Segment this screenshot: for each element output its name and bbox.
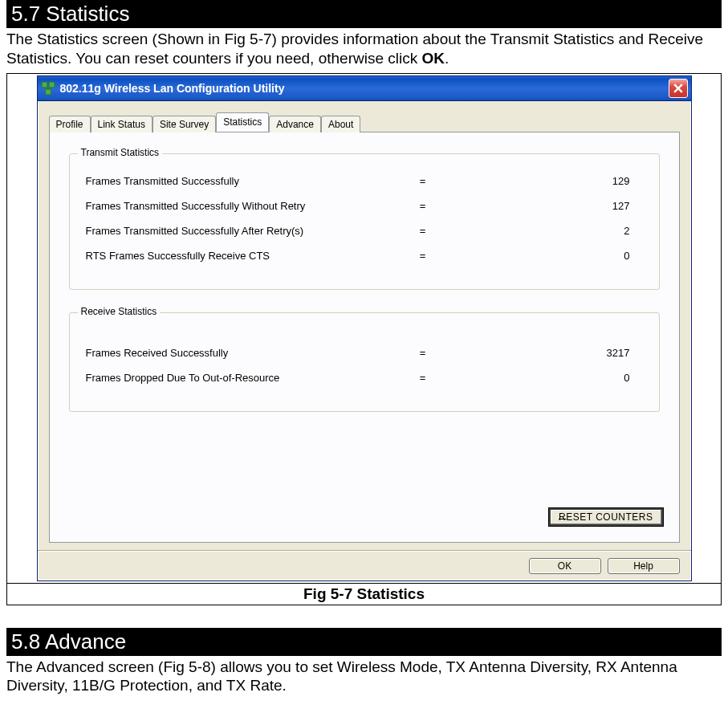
stat-label: Frames Transmitted Successfully After Re… [86,225,407,237]
tab-site-survey[interactable]: Site Survey [153,116,216,132]
body-text-post: . [445,50,449,67]
equals-sign: = [407,372,439,384]
svg-rect-2 [45,89,51,95]
reset-counters-button[interactable]: RESET COUNTERS [549,508,662,526]
stat-row: RTS Frames Successfully Receive CTS = 0 [86,250,643,262]
stat-label: Frames Transmitted Successfully [86,175,407,187]
figure-caption: Fig 5-7 Statistics [6,584,722,605]
stat-row: Frames Transmitted Successfully = 129 [86,175,643,187]
reset-underline-letter: R [559,511,566,523]
body-text-bold: OK [422,50,445,67]
app-icon [41,81,55,96]
transmit-legend: Transmit Statistics [78,147,163,158]
tab-panel: Transmit Statistics Frames Transmitted S… [49,132,680,543]
section-body-statistics: The Statistics screen (Shown in Fig 5-7)… [6,30,722,68]
close-button[interactable] [669,79,688,98]
receive-group: Receive Statistics Frames Received Succe… [69,312,660,412]
stat-label: RTS Frames Successfully Receive CTS [86,250,407,262]
stat-label: Frames Dropped Due To Out-of-Resource [86,372,407,384]
tab-statistics[interactable]: Statistics [216,112,269,132]
stat-row: Frames Received Successfully = 3217 [86,347,643,359]
equals-sign: = [407,347,439,359]
xp-dialog: 802.11g Wireless Lan Configuration Utili… [37,75,692,581]
stat-value: 3217 [439,347,643,359]
dialog-body: Profile Link Status Site Survey Statisti… [38,101,691,551]
stat-row: Frames Transmitted Successfully After Re… [86,225,643,237]
window-title: 802.11g Wireless Lan Configuration Utili… [60,82,669,95]
tab-advance[interactable]: Advance [269,116,321,132]
tab-about[interactable]: About [321,116,360,132]
stat-label: Frames Transmitted Successfully Without … [86,200,407,212]
titlebar[interactable]: 802.11g Wireless Lan Configuration Utili… [38,76,691,101]
svg-rect-0 [42,82,47,88]
equals-sign: = [407,225,439,237]
body-text-pre: The Statistics screen (Shown in Fig 5-7)… [6,31,703,67]
figure-frame: 802.11g Wireless Lan Configuration Utili… [6,73,722,584]
tabstrip: Profile Link Status Site Survey Statisti… [49,112,680,132]
section-body-advance: The Advanced screen (Fig 5-8) allows you… [6,658,722,696]
stat-value: 0 [439,250,643,262]
tab-link-status[interactable]: Link Status [91,116,153,132]
section-heading-statistics: 5.7 Statistics [6,0,722,28]
stat-row: Frames Dropped Due To Out-of-Resource = … [86,372,643,384]
stat-value: 127 [439,200,643,212]
stat-label: Frames Received Successfully [86,347,407,359]
stat-row: Frames Transmitted Successfully Without … [86,200,643,212]
section-heading-advance: 5.8 Advance [6,628,722,656]
stat-value: 129 [439,175,643,187]
ok-button[interactable]: OK [529,558,601,574]
tab-profile[interactable]: Profile [49,116,91,132]
help-button[interactable]: Help [608,558,680,574]
receive-legend: Receive Statistics [78,306,161,317]
reset-rest: ESET COUNTERS [566,511,653,523]
equals-sign: = [407,175,439,187]
stat-value: 2 [439,225,643,237]
transmit-group: Transmit Statistics Frames Transmitted S… [69,153,660,290]
stat-value: 0 [439,372,643,384]
dialog-bottom-bar: OK Help [38,551,691,580]
equals-sign: = [407,250,439,262]
svg-rect-1 [49,82,55,88]
equals-sign: = [407,200,439,212]
